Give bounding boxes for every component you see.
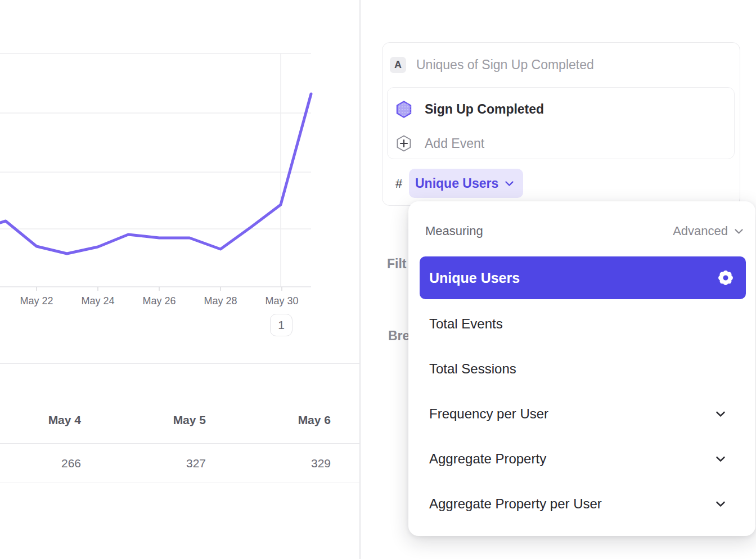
measure-option-label: Total Sessions xyxy=(429,361,516,377)
advanced-label: Advanced xyxy=(673,224,728,238)
pagination-badge[interactable]: 1 xyxy=(270,314,292,336)
panel-divider xyxy=(359,0,361,559)
measuring-label: Measuring xyxy=(425,224,483,238)
advanced-mode-toggle[interactable]: Advanced xyxy=(673,224,744,238)
event-row-sign-up-completed[interactable]: Sign Up Completed xyxy=(388,94,734,124)
measurement-symbol: # xyxy=(395,177,402,191)
measure-option-label: Aggregate Property per User xyxy=(429,496,602,512)
measure-option-label: Aggregate Property xyxy=(429,451,546,467)
insights-report-screen: May 22May 24May 26May 28May 30 1 May 4Ma… xyxy=(0,0,756,559)
add-event-button[interactable]: Add Event xyxy=(388,129,734,158)
measuring-dropdown-menu: Measuring Advanced Unique UsersTotal Eve… xyxy=(408,201,755,536)
filter-section-label: Filt xyxy=(387,256,407,272)
measure-option-label: Total Events xyxy=(429,316,503,332)
measure-option-label: Frequency per User xyxy=(429,406,548,422)
dropdown-header: Measuring Advanced xyxy=(425,223,744,239)
x-axis-tick-label: May 30 xyxy=(251,295,313,307)
measure-option-aggregate-property-per-user[interactable]: Aggregate Property per User xyxy=(420,481,744,526)
table-top-divider xyxy=(0,363,359,364)
series-letter-badge: A xyxy=(390,57,406,73)
measure-option-aggregate-property[interactable]: Aggregate Property xyxy=(420,436,744,481)
table-header-cell: May 4 xyxy=(0,413,81,427)
table-header-divider xyxy=(0,443,359,444)
add-event-icon xyxy=(395,134,412,152)
breakdown-section-label: Bre xyxy=(388,328,410,344)
x-axis-tick-label: May 22 xyxy=(6,295,68,307)
series-card: A Uniques of Sign Up Completed Sign Up C… xyxy=(382,42,740,206)
chevron-down-icon xyxy=(716,411,726,417)
x-axis-tick-label: May 24 xyxy=(67,295,129,307)
table-header-cell: May 5 xyxy=(82,413,206,427)
measurement-dropdown-trigger[interactable]: Unique Users xyxy=(409,169,523,198)
table-value-cell: 329 xyxy=(207,457,331,470)
measure-option-unique-users[interactable]: Unique Users xyxy=(420,256,746,299)
gear-icon[interactable] xyxy=(717,269,734,286)
x-axis-tick-label: May 28 xyxy=(190,295,251,307)
table-value-cell: 266 xyxy=(0,457,81,470)
event-hexagon-icon xyxy=(395,100,412,119)
add-event-label: Add Event xyxy=(425,136,484,151)
chevron-down-icon xyxy=(734,228,744,235)
event-name: Sign Up Completed xyxy=(425,102,544,117)
chevron-down-icon xyxy=(716,501,726,507)
measure-option-total-sessions[interactable]: Total Sessions xyxy=(420,346,744,391)
table-value-cell: 327 xyxy=(82,457,206,470)
chart-series-line xyxy=(0,94,311,254)
table-header-cell: May 6 xyxy=(207,413,331,427)
x-axis-tick-label: May 26 xyxy=(128,295,190,307)
table-bottom-divider xyxy=(0,483,359,483)
chevron-down-icon xyxy=(716,456,726,462)
chevron-down-icon xyxy=(505,181,514,187)
measure-option-frequency-per-user[interactable]: Frequency per User xyxy=(420,391,744,436)
event-list-card: Sign Up Completed Add Event xyxy=(387,87,735,159)
series-title: Uniques of Sign Up Completed xyxy=(416,57,594,73)
measure-option-label: Unique Users xyxy=(429,270,520,286)
measurement-pill-label: Unique Users xyxy=(415,176,498,191)
measure-option-total-events[interactable]: Total Events xyxy=(420,301,744,346)
